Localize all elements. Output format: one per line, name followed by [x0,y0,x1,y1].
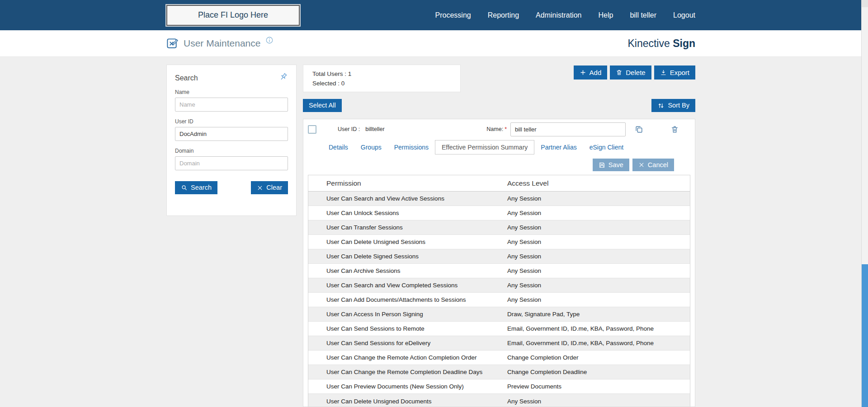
download-icon [660,69,667,76]
user-row-checkbox[interactable] [308,125,316,134]
permission-cell: User Can Access In Person Signing [308,311,507,318]
name-label: Name:* [486,126,507,132]
vertical-scrollbar[interactable] [861,0,868,407]
access-level-cell: Change Completion Order [507,354,690,361]
user-card: User ID : billteller Name:* Deta [303,119,695,407]
access-level-cell: Any Session [507,253,690,260]
top-nav-links: Processing Reporting Administration Help… [435,11,695,19]
search-icon [181,184,188,191]
name-search-input[interactable] [175,98,288,112]
add-user-button[interactable]: Add [574,65,608,80]
access-level-cell: Any Session [507,267,690,274]
table-row: User Can Add Documents/Attachments to Se… [308,293,690,307]
fi-logo-placeholder: Place FI Logo Here [166,5,300,26]
pin-icon[interactable] [278,72,288,82]
permission-cell: User Can Change the Remote Completion De… [308,369,507,375]
name-search-label: Name [175,89,288,95]
plus-icon [580,69,586,76]
table-row: User Can Delete Signed SessionsAny Sessi… [308,249,690,264]
access-level-cell: Change Completion Deadline [507,369,690,375]
permission-cell: User Can Transfer Sessions [308,224,507,231]
column-header-permission: Permission [308,179,507,187]
tab-esign-client[interactable]: eSign Client [583,140,630,154]
select-all-button[interactable]: Select All [303,99,342,112]
search-button[interactable]: Search [175,181,217,194]
app-root: Place FI Logo Here Processing Reporting … [0,0,868,407]
permissions-table: Permission Access Level User Can Search … [308,175,690,407]
permission-cell: User Can Send Sessions for eDelivery [308,340,507,346]
tab-details[interactable]: Details [322,140,354,154]
sort-by-button[interactable]: Sort By [651,99,695,112]
column-header-access-level: Access Level [507,179,690,187]
trash-icon [616,69,623,76]
main-area: Total Users : 1 Selected : 0 Add [303,65,695,407]
search-panel-title: Search [175,72,198,82]
row-trash-icon[interactable] [670,125,679,134]
nav-link-current-user[interactable]: bill teller [630,11,656,19]
total-users-text: Total Users : 1 [312,70,451,77]
access-level-cell: Any Session [507,210,690,216]
access-level-cell: Any Session [507,398,690,405]
user-toolbar: Add Delete Export [574,65,695,80]
access-level-cell: Email, Government ID, ID.me, KBA, Passwo… [507,325,690,332]
cancel-x-icon [638,162,645,168]
nav-link-processing[interactable]: Processing [435,11,471,19]
nav-link-administration[interactable]: Administration [536,11,581,19]
access-level-cell: Any Session [507,296,690,303]
clear-x-icon [257,185,263,191]
save-cancel-row: Save Cancel [308,159,690,171]
table-row: User Can Search and View Active Sessions… [308,192,690,206]
user-id-search-label: User ID [175,118,288,125]
tab-permissions[interactable]: Permissions [388,140,435,154]
table-row: User Can Unlock SessionsAny Session [308,206,690,220]
copy-icon[interactable] [635,125,643,134]
permission-cell: User Can Add Documents/Attachments to Se… [308,296,507,303]
table-row: User Can Change the Remote Action Comple… [308,351,690,365]
table-row: User Can Search and View Completed Sessi… [308,278,690,293]
scrollbar-thumb[interactable] [862,264,868,407]
nav-link-help[interactable]: Help [598,11,613,19]
access-level-cell: Any Session [507,239,690,245]
user-row-header: User ID : billteller Name:* [308,119,690,139]
export-button[interactable]: Export [654,65,695,80]
permission-cell: User Can Send Sessions to Remote [308,325,507,332]
table-row: User Can Send Sessions to RemoteEmail, G… [308,322,690,336]
permission-cell: User Can Archive Sessions [308,267,507,274]
tab-partner-alias[interactable]: Partner Alias [534,140,583,154]
scrollbar-up-arrow[interactable] [862,0,868,7]
permission-cell: User Can Delete Signed Sessions [308,253,507,260]
cancel-button[interactable]: Cancel [632,159,674,171]
info-icon[interactable] [265,36,274,44]
user-tabs: Details Groups Permissions Effective Per… [308,140,690,154]
user-id-search-input[interactable] [175,127,288,141]
permissions-table-header: Permission Access Level [308,175,690,192]
sort-arrows-icon [657,102,665,109]
page-header: User Maintenance Kinective Sign [0,30,868,57]
user-maintenance-icon [166,37,179,50]
table-row: User Can Change the Remote Completion De… [308,365,690,379]
selected-count-text: Selected : 0 [312,80,451,87]
delete-user-button[interactable]: Delete [610,65,651,80]
user-id-value: billteller [365,126,384,132]
clear-button[interactable]: Clear [251,181,288,194]
save-disk-icon [599,162,605,168]
permission-cell: User Can Preview Documents (New Session … [308,383,507,390]
tab-effective-permission-summary[interactable]: Effective Permission Summary [435,140,534,154]
totals-summary: Total Users : 1 Selected : 0 [303,65,461,92]
user-name-input[interactable] [510,122,626,136]
tab-groups[interactable]: Groups [354,140,388,154]
table-row: User Can Send Sessions for eDeliveryEmai… [308,336,690,351]
permission-cell: User Can Delete Unsigned Documents [308,398,507,405]
domain-search-input[interactable] [175,156,288,170]
nav-link-reporting[interactable]: Reporting [488,11,519,19]
save-button[interactable]: Save [593,159,629,171]
nav-link-logout[interactable]: Logout [673,11,695,19]
permission-cell: User Can Delete Unsigned Sessions [308,239,507,245]
top-nav-bar: Place FI Logo Here Processing Reporting … [0,0,868,30]
title-group: User Maintenance [166,37,274,50]
access-level-cell: Any Session [507,224,690,231]
access-level-cell: Any Session [507,195,690,202]
access-level-cell: Email, Government ID, ID.me, KBA, Passwo… [507,340,690,346]
permission-cell: User Can Change the Remote Action Comple… [308,354,507,361]
user-id-label: User ID : [338,126,360,132]
